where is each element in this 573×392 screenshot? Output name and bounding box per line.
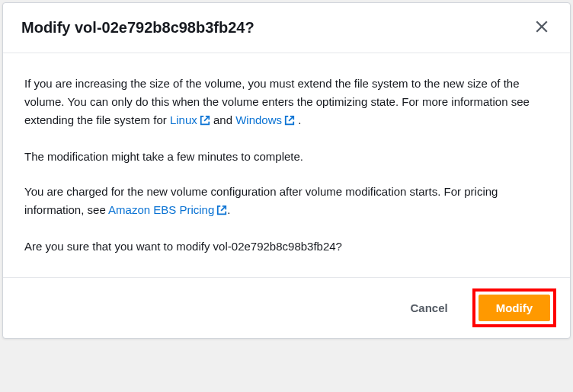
ebs-pricing-link[interactable]: Amazon EBS Pricing [108, 203, 227, 216]
link-text: Amazon EBS Pricing [108, 203, 214, 216]
linux-link[interactable]: Linux [170, 113, 210, 126]
text: and [210, 113, 235, 126]
highlight-box: Modify [472, 288, 556, 327]
modify-volume-modal: Modify vol-02e792b8c98b3fb24? If you are… [2, 2, 571, 339]
external-link-icon [200, 113, 210, 131]
close-button[interactable] [532, 17, 552, 39]
link-text: Linux [170, 113, 197, 126]
modal-body: If you are increasing the size of the vo… [3, 53, 570, 277]
info-paragraph-3: You are charged for the new volume confi… [24, 183, 549, 221]
text: . [227, 203, 230, 216]
info-paragraph-1: If you are increasing the size of the vo… [24, 75, 549, 131]
modal-title: Modify vol-02e792b8c98b3fb24? [21, 19, 254, 37]
confirmation-question: Are you sure that you want to modify vol… [24, 237, 549, 256]
windows-link[interactable]: Windows [235, 113, 295, 126]
external-link-icon [284, 113, 295, 131]
modal-footer: Cancel Modify [3, 277, 570, 338]
cancel-button[interactable]: Cancel [398, 295, 459, 320]
text: You are charged for the new volume confi… [24, 185, 498, 216]
modal-header: Modify vol-02e792b8c98b3fb24? [3, 3, 570, 53]
external-link-icon [216, 202, 227, 221]
text: . [295, 113, 301, 126]
modify-button[interactable]: Modify [479, 295, 550, 321]
link-text: Windows [235, 113, 282, 126]
close-icon [535, 20, 549, 36]
info-paragraph-2: The modification might take a few minute… [24, 148, 549, 166]
